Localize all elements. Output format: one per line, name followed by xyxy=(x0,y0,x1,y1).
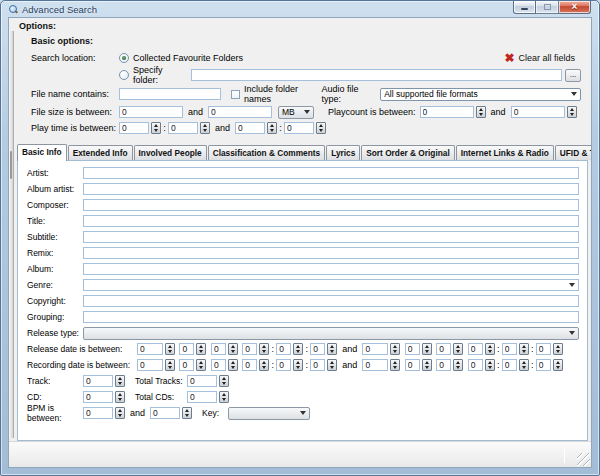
spin-down-icon[interactable] xyxy=(262,366,266,369)
bpm-to-input[interactable] xyxy=(150,407,180,419)
spin-down-icon[interactable] xyxy=(393,350,397,353)
bpm-from-spinner[interactable] xyxy=(115,407,125,419)
spin-down-icon[interactable] xyxy=(319,129,323,132)
recording-date-is-between-to-1-input[interactable] xyxy=(405,359,420,371)
spinner[interactable] xyxy=(316,122,326,134)
specify-folder-input[interactable] xyxy=(191,69,562,81)
grouping-input[interactable] xyxy=(83,311,579,323)
recording-date-is-between-from-5-input[interactable] xyxy=(310,359,325,371)
spin-down-icon[interactable] xyxy=(270,129,274,132)
spin-up-icon[interactable] xyxy=(319,124,323,127)
tab-ufid-txxx[interactable]: UFID & TXXX xyxy=(555,145,592,160)
play-time-from-min-input[interactable] xyxy=(119,122,149,134)
spin-up-icon[interactable] xyxy=(556,345,560,348)
spin-up-icon[interactable] xyxy=(231,345,235,348)
spin-up-icon[interactable] xyxy=(522,345,526,348)
spin-down-icon[interactable] xyxy=(154,129,158,132)
recording-date-is-between-to-0-input[interactable] xyxy=(362,359,388,371)
spin-down-icon[interactable] xyxy=(222,398,226,401)
release-date-is-between-to-0-spinner[interactable] xyxy=(390,343,400,355)
release-date-is-between-from-1-input[interactable] xyxy=(179,343,194,355)
recording-date-is-between-to-0-spinner[interactable] xyxy=(390,359,400,371)
spin-up-icon[interactable] xyxy=(488,345,492,348)
recording-date-is-between-to-3-input[interactable] xyxy=(468,359,483,371)
playcount-from-spinner[interactable] xyxy=(476,106,486,118)
recording-date-is-between-from-2-input[interactable] xyxy=(211,359,226,371)
spin-up-icon[interactable] xyxy=(262,345,266,348)
genre-input[interactable] xyxy=(84,280,569,290)
total-cds-spinner[interactable] xyxy=(219,391,229,403)
recording-date-is-between-from-0-spinner[interactable] xyxy=(165,359,175,371)
recording-date-is-between-from-3-input[interactable] xyxy=(242,359,257,371)
playcount-from-input[interactable] xyxy=(420,106,474,118)
spin-down-icon[interactable] xyxy=(168,366,172,369)
album-artist-input[interactable] xyxy=(83,183,579,195)
artist-input[interactable] xyxy=(83,167,579,179)
release-date-is-between-from-2-input[interactable] xyxy=(211,343,226,355)
tab-internet-links-radio[interactable]: Internet Links & Radio xyxy=(456,145,554,160)
release-date-is-between-to-4-input[interactable] xyxy=(502,343,517,355)
tab-classification-comments[interactable]: Classification & Comments xyxy=(208,145,325,160)
maximize-button[interactable] xyxy=(536,1,559,14)
remix-input[interactable] xyxy=(83,247,579,259)
include-folder-names-checkbox[interactable] xyxy=(231,90,240,99)
tab-basic-info[interactable]: Basic Info xyxy=(17,144,67,161)
total-tracks-input[interactable] xyxy=(187,375,217,387)
spin-up-icon[interactable] xyxy=(296,361,300,364)
spin-up-icon[interactable] xyxy=(222,377,226,380)
album-input[interactable] xyxy=(83,263,579,275)
spin-down-icon[interactable] xyxy=(118,382,122,385)
release-date-is-between-from-2-spinner[interactable] xyxy=(228,343,238,355)
subtitle-input[interactable] xyxy=(83,231,579,243)
spin-up-icon[interactable] xyxy=(570,108,574,111)
spinner[interactable] xyxy=(151,122,161,134)
spin-up-icon[interactable] xyxy=(203,124,207,127)
spin-down-icon[interactable] xyxy=(231,366,235,369)
spin-down-icon[interactable] xyxy=(203,129,207,132)
release-date-is-between-to-2-spinner[interactable] xyxy=(453,343,463,355)
playcount-to-spinner[interactable] xyxy=(567,106,577,118)
spin-down-icon[interactable] xyxy=(425,366,429,369)
track-input[interactable] xyxy=(83,375,113,387)
release-date-is-between-to-1-spinner[interactable] xyxy=(422,343,432,355)
spin-down-icon[interactable] xyxy=(556,366,560,369)
spin-up-icon[interactable] xyxy=(393,361,397,364)
release-date-is-between-from-5-input[interactable] xyxy=(310,343,325,355)
spin-down-icon[interactable] xyxy=(222,382,226,385)
tab-sort-order-original[interactable]: Sort Order & Original xyxy=(361,145,454,160)
spin-down-icon[interactable] xyxy=(488,350,492,353)
release-date-is-between-from-3-input[interactable] xyxy=(242,343,257,355)
close-button[interactable]: × xyxy=(559,1,591,14)
spin-down-icon[interactable] xyxy=(296,366,300,369)
spin-down-icon[interactable] xyxy=(488,366,492,369)
spin-up-icon[interactable] xyxy=(393,345,397,348)
spin-down-icon[interactable] xyxy=(330,366,334,369)
total-tracks-spinner[interactable] xyxy=(219,375,229,387)
file-size-from-input[interactable] xyxy=(119,106,183,118)
tab-extended-info[interactable]: Extended Info xyxy=(68,145,133,160)
minimize-button[interactable] xyxy=(513,1,536,14)
track-spinner[interactable] xyxy=(115,375,125,387)
recording-date-is-between-to-1-spinner[interactable] xyxy=(422,359,432,371)
title-input[interactable] xyxy=(83,215,579,227)
recording-date-is-between-to-2-input[interactable] xyxy=(436,359,451,371)
spin-up-icon[interactable] xyxy=(168,361,172,364)
specify-folder-radio[interactable] xyxy=(119,70,129,80)
recording-date-is-between-to-3-spinner[interactable] xyxy=(485,359,495,371)
spin-up-icon[interactable] xyxy=(231,361,235,364)
spin-up-icon[interactable] xyxy=(456,345,460,348)
spin-up-icon[interactable] xyxy=(154,124,158,127)
release-date-is-between-from-0-spinner[interactable] xyxy=(165,343,175,355)
recording-date-is-between-to-2-spinner[interactable] xyxy=(453,359,463,371)
spin-up-icon[interactable] xyxy=(330,345,334,348)
spin-up-icon[interactable] xyxy=(330,361,334,364)
copyright-input[interactable] xyxy=(83,295,579,307)
release-date-is-between-to-3-input[interactable] xyxy=(468,343,483,355)
recording-date-is-between-from-2-spinner[interactable] xyxy=(228,359,238,371)
release-date-is-between-from-3-spinner[interactable] xyxy=(259,343,269,355)
release-date-is-between-to-3-spinner[interactable] xyxy=(485,343,495,355)
spin-up-icon[interactable] xyxy=(488,361,492,364)
bpm-to-spinner[interactable] xyxy=(182,407,192,419)
recording-date-is-between-to-4-spinner[interactable] xyxy=(519,359,529,371)
release-date-is-between-to-2-input[interactable] xyxy=(436,343,451,355)
